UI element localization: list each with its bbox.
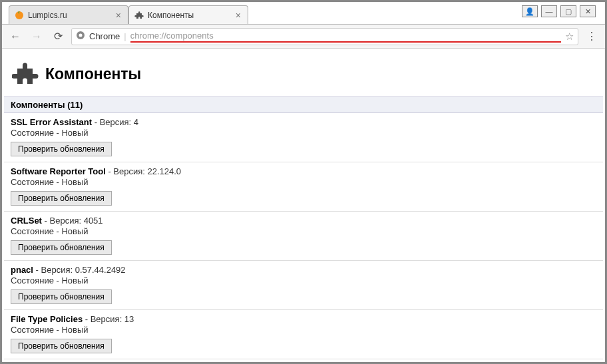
component-title-line: Software Reporter Tool - Версия: 22.124.… bbox=[11, 166, 596, 176]
components-page: Компоненты Компоненты (11) SSL Error Ass… bbox=[4, 49, 603, 359]
component-row: File Type Policies - Версия: 13Состояние… bbox=[4, 310, 603, 359]
chrome-icon bbox=[76, 31, 85, 42]
svg-point-0 bbox=[15, 11, 23, 19]
check-updates-button[interactable]: Проверить обновления bbox=[11, 240, 112, 255]
tab-title: Lumpics.ru bbox=[28, 11, 110, 20]
component-title-line: CRLSet - Версия: 4051 bbox=[11, 216, 596, 226]
bookmark-star-icon[interactable]: ☆ bbox=[565, 31, 574, 43]
minimize-button[interactable]: — bbox=[541, 5, 557, 17]
page-viewport[interactable]: Компоненты Компоненты (11) SSL Error Ass… bbox=[4, 49, 603, 360]
menu-button[interactable]: ⋮ bbox=[584, 30, 600, 43]
components-list: SSL Error Assistant - Версия: 4Состояние… bbox=[4, 113, 603, 359]
component-row: SSL Error Assistant - Версия: 4Состояние… bbox=[4, 113, 603, 162]
component-status: Состояние - Новый bbox=[11, 226, 596, 236]
page-title: Компоненты bbox=[45, 65, 141, 83]
component-name: File Type Policies bbox=[11, 314, 83, 324]
toolbar: ← → ⟳ Chrome | chrome://components ☆ ⋮ bbox=[2, 25, 605, 49]
check-updates-button[interactable]: Проверить обновления bbox=[11, 191, 112, 206]
component-name: SSL Error Assistant bbox=[11, 117, 92, 127]
back-button[interactable]: ← bbox=[7, 29, 23, 45]
check-updates-button[interactable]: Проверить обновления bbox=[11, 289, 112, 304]
tab-title: Компоненты bbox=[148, 11, 230, 20]
component-version: - Версия: 4 bbox=[92, 117, 138, 127]
tab-strip: Lumpics.ru × Компоненты × bbox=[2, 2, 605, 25]
section-header: Компоненты (11) bbox=[4, 96, 603, 113]
check-updates-button[interactable]: Проверить обновления bbox=[11, 339, 112, 353]
component-title-line: pnacl - Версия: 0.57.44.2492 bbox=[11, 265, 596, 275]
close-icon[interactable]: × bbox=[234, 10, 242, 21]
component-status: Состояние - Новый bbox=[11, 128, 596, 138]
component-name: Software Reporter Tool bbox=[11, 166, 106, 176]
url-text: chrome://components bbox=[130, 31, 561, 43]
tab-components[interactable]: Компоненты × bbox=[128, 5, 248, 24]
close-button[interactable]: ✕ bbox=[580, 5, 596, 17]
component-title-line: File Type Policies - Версия: 13 bbox=[11, 314, 596, 324]
component-name: pnacl bbox=[11, 265, 33, 275]
component-version: - Версия: 0.57.44.2492 bbox=[33, 265, 126, 275]
maximize-button[interactable]: ▢ bbox=[560, 5, 576, 17]
window-controls: 👤 — ▢ ✕ bbox=[522, 5, 596, 17]
component-version: - Версия: 22.124.0 bbox=[106, 166, 181, 176]
component-row: pnacl - Версия: 0.57.44.2492Состояние - … bbox=[4, 261, 603, 310]
component-name: CRLSet bbox=[11, 216, 42, 226]
reload-button[interactable]: ⟳ bbox=[50, 29, 66, 45]
user-icon[interactable]: 👤 bbox=[522, 5, 538, 17]
component-status: Состояние - Новый bbox=[11, 275, 596, 285]
svg-point-2 bbox=[79, 34, 83, 37]
component-title-line: SSL Error Assistant - Версия: 4 bbox=[11, 117, 596, 127]
component-status: Состояние - Новый bbox=[11, 325, 596, 335]
component-status: Состояние - Новый bbox=[11, 177, 596, 187]
address-bar[interactable]: Chrome | chrome://components ☆ bbox=[71, 28, 578, 45]
page-header: Компоненты bbox=[4, 49, 603, 96]
component-version: - Версия: 13 bbox=[83, 314, 134, 324]
orange-icon bbox=[15, 11, 24, 20]
check-updates-button[interactable]: Проверить обновления bbox=[11, 142, 112, 156]
browser-window: 👤 — ▢ ✕ Lumpics.ru × Компоненты × ← → ⟳ bbox=[0, 0, 607, 364]
puzzle-icon bbox=[134, 11, 144, 20]
tab-lumpics[interactable]: Lumpics.ru × bbox=[9, 5, 128, 24]
component-row: CRLSet - Версия: 4051Состояние - НовыйПр… bbox=[4, 212, 603, 261]
component-version: - Версия: 4051 bbox=[42, 216, 103, 226]
security-label: Chrome bbox=[89, 31, 120, 41]
forward-button[interactable]: → bbox=[29, 29, 45, 45]
component-row: Software Reporter Tool - Версия: 22.124.… bbox=[4, 162, 603, 212]
close-icon[interactable]: × bbox=[114, 10, 122, 21]
puzzle-icon bbox=[12, 61, 39, 87]
